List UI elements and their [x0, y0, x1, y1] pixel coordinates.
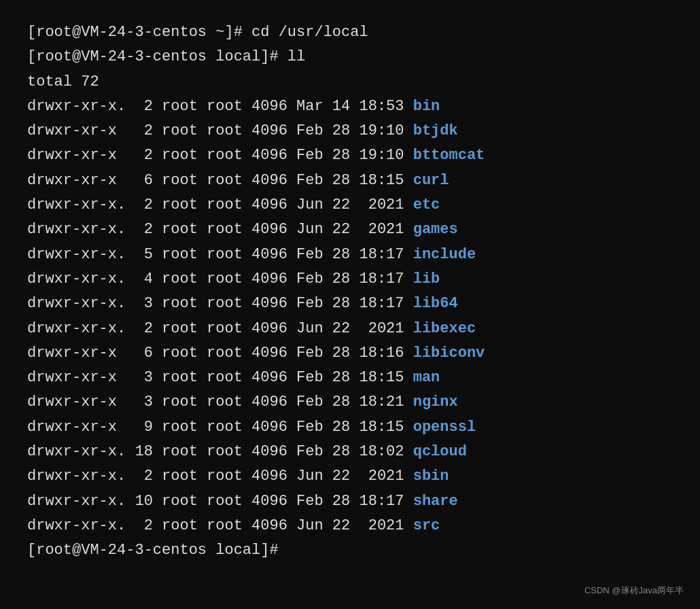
list-item: drwxr-xr-x. 4 root root 4096 Feb 28 18:1… [27, 267, 673, 292]
terminal-container: [root@VM-24-3-centos ~]# cd /usr/local [… [27, 20, 673, 563]
entry-meta: drwxr-xr-x 2 root root 4096 Feb 28 19:10 [27, 122, 413, 139]
entry-name: sbin [413, 468, 449, 485]
entry-name: libiconv [413, 345, 485, 362]
list-item: drwxr-xr-x. 2 root root 4096 Mar 14 18:5… [27, 94, 673, 119]
entry-meta: drwxr-xr-x. 2 root root 4096 Mar 14 18:5… [27, 98, 413, 115]
list-item: drwxr-xr-x 2 root root 4096 Feb 28 19:10… [27, 143, 673, 168]
entry-meta: drwxr-xr-x 6 root root 4096 Feb 28 18:15 [27, 172, 413, 189]
list-item: drwxr-xr-x. 2 root root 4096 Jun 22 2021… [27, 218, 673, 242]
entry-meta: drwxr-xr-x. 5 root root 4096 Feb 28 18:1… [27, 246, 413, 263]
entry-meta: drwxr-xr-x. 3 root root 4096 Feb 28 18:1… [27, 295, 413, 312]
list-item: drwxr-xr-x 6 root root 4096 Feb 28 18:16… [27, 341, 673, 366]
entry-name: lib64 [413, 295, 458, 312]
entry-name: games [413, 221, 458, 238]
entry-name: share [413, 493, 458, 510]
list-item: drwxr-xr-x 3 root root 4096 Feb 28 18:15… [27, 366, 673, 390]
entry-meta: drwxr-xr-x 3 root root 4096 Feb 28 18:21 [27, 394, 413, 411]
entry-meta: drwxr-xr-x. 2 root root 4096 Jun 22 2021 [27, 517, 413, 534]
list-item: drwxr-xr-x. 2 root root 4096 Jun 22 2021… [27, 464, 673, 489]
list-item: drwxr-xr-x. 3 root root 4096 Feb 28 18:1… [27, 292, 673, 316]
entry-name: qcloud [413, 443, 467, 460]
watermark: CSDN @琢砖Java两年半 [584, 585, 684, 597]
list-item: drwxr-xr-x. 5 root root 4096 Feb 28 18:1… [27, 243, 673, 267]
list-item: drwxr-xr-x. 10 root root 4096 Feb 28 18:… [27, 489, 673, 514]
list-item: drwxr-xr-x. 18 root root 4096 Feb 28 18:… [27, 440, 673, 464]
entry-name: man [413, 369, 440, 386]
entry-name: bin [413, 98, 440, 115]
list-item: drwxr-xr-x. 2 root root 4096 Jun 22 2021… [27, 514, 673, 538]
list-item: drwxr-xr-x 9 root root 4096 Feb 28 18:15… [27, 415, 673, 440]
entry-meta: drwxr-xr-x. 18 root root 4096 Feb 28 18:… [27, 443, 413, 460]
entry-meta: drwxr-xr-x. 4 root root 4096 Feb 28 18:1… [27, 271, 413, 288]
entry-meta: drwxr-xr-x. 2 root root 4096 Jun 22 2021 [27, 196, 413, 213]
entry-name: curl [413, 172, 449, 189]
entry-meta: drwxr-xr-x. 2 root root 4096 Jun 22 2021 [27, 320, 413, 337]
entry-name: nginx [413, 394, 458, 411]
command-line-1: [root@VM-24-3-centos ~]# cd /usr/local [27, 20, 673, 45]
entry-name: lib [413, 271, 440, 288]
directory-listing: drwxr-xr-x. 2 root root 4096 Mar 14 18:5… [27, 94, 673, 538]
entry-name: bttomcat [413, 147, 485, 164]
entry-meta: drwxr-xr-x. 10 root root 4096 Feb 28 18:… [27, 493, 413, 510]
entry-name: include [413, 246, 476, 263]
total-line: total 72 [27, 70, 673, 94]
entry-meta: drwxr-xr-x. 2 root root 4096 Jun 22 2021 [27, 221, 413, 238]
entry-meta: drwxr-xr-x 3 root root 4096 Feb 28 18:15 [27, 369, 413, 386]
list-item: drwxr-xr-x 3 root root 4096 Feb 28 18:21… [27, 390, 673, 415]
list-item: drwxr-xr-x. 2 root root 4096 Jun 22 2021… [27, 193, 673, 218]
entry-name: src [413, 517, 440, 534]
list-item: drwxr-xr-x 6 root root 4096 Feb 28 18:15… [27, 169, 673, 193]
entry-meta: drwxr-xr-x 6 root root 4096 Feb 28 18:16 [27, 345, 413, 362]
list-item: drwxr-xr-x 2 root root 4096 Feb 28 19:10… [27, 119, 673, 143]
entry-name: openssl [413, 419, 476, 436]
entry-meta: drwxr-xr-x. 2 root root 4096 Jun 22 2021 [27, 468, 413, 485]
entry-name: etc [413, 196, 440, 213]
entry-meta: drwxr-xr-x 9 root root 4096 Feb 28 18:15 [27, 419, 413, 436]
command-line-2: [root@VM-24-3-centos local]# ll [27, 45, 673, 69]
list-item: drwxr-xr-x. 2 root root 4096 Jun 22 2021… [27, 317, 673, 341]
entry-meta: drwxr-xr-x 2 root root 4096 Feb 28 19:10 [27, 147, 413, 164]
prompt-line-3: [root@VM-24-3-centos local]# [27, 538, 673, 563]
entry-name: libexec [413, 320, 476, 337]
entry-name: btjdk [413, 122, 458, 139]
